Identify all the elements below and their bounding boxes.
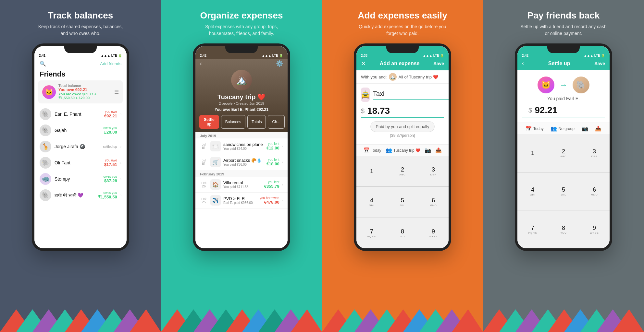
key-6[interactable]: 6MNO xyxy=(418,187,449,217)
panel1-title: Track balances xyxy=(48,10,113,21)
key-4[interactable]: 4GHI xyxy=(356,187,387,217)
key-5[interactable]: 5JKL xyxy=(387,187,418,217)
expense-amount-2: you lent €355.79 xyxy=(264,180,279,189)
chevron-icon-3: › xyxy=(120,161,121,165)
settle-group-picker[interactable]: 👥 No group xyxy=(551,125,574,132)
split-method-button[interactable]: Paid by you and split equally xyxy=(370,121,435,132)
settle-amount-input[interactable] xyxy=(535,105,610,115)
amount-input[interactable] xyxy=(367,106,449,116)
expense-name-input[interactable] xyxy=(373,90,449,100)
save-expense-button[interactable]: Save xyxy=(433,61,444,66)
taxi-icon[interactable]: 🚖 xyxy=(361,88,370,102)
balance-owed: You are owed $69.77 + ₹1,550.50 + £20.00 xyxy=(58,92,112,100)
expense-date-3: Feb25 xyxy=(200,197,208,204)
key-8[interactable]: 8TUV xyxy=(387,218,418,248)
add-expense-form: 🚖 $ Paid by you and split equally ($9.37… xyxy=(356,84,449,144)
add-friends-button[interactable]: Add friends xyxy=(100,61,121,66)
totals-button[interactable]: Totals xyxy=(247,115,266,129)
screen-4: 2:42 ▲▲▲ LTE 🔋 ‹ Settle up Save 🐱 → 🐘 Y xyxy=(517,46,610,248)
more-button[interactable]: Ch... xyxy=(268,115,284,129)
screen-1: 2:41 ▲▲▲ LTE 🔋 🔍 Add friends Friends 🐱 T… xyxy=(34,46,127,248)
date-label: Today xyxy=(371,148,381,153)
user-avatar: 🐱 xyxy=(42,85,56,99)
friends-title: Friends xyxy=(34,69,127,80)
taxi-row: 🚖 xyxy=(361,88,444,102)
settle-avatars: 🐱 → 🐘 xyxy=(517,70,610,96)
group-footer-label: Tuscany trip ❤️ xyxy=(393,148,420,153)
friend-name-1: Gajah xyxy=(55,128,100,133)
settle-key-3[interactable]: 3DEF xyxy=(579,134,610,172)
key-2[interactable]: 2ABC xyxy=(387,156,418,186)
settle-title: Settle up xyxy=(548,61,570,66)
date-picker[interactable]: 📅 Today xyxy=(363,147,381,153)
friend-row-1[interactable]: 🐘 Gajah owes you £20.00 › xyxy=(34,122,127,138)
search-icon[interactable]: 🔍 xyxy=(40,61,46,67)
settle-date-picker[interactable]: 📅 Today xyxy=(526,125,544,132)
settle-key-6[interactable]: 6MNO xyxy=(579,172,610,210)
settle-share-icon[interactable]: 📤 xyxy=(595,125,601,132)
friend-name-0: Earl E. Phant xyxy=(55,112,101,117)
settle-save-button[interactable]: Save xyxy=(594,61,605,66)
friend-name-5: हाथी मेरे साथी 💜 xyxy=(55,193,95,198)
key-7[interactable]: 7PQRS xyxy=(356,218,387,248)
settle-amount-row: $ xyxy=(522,105,605,117)
back-icon[interactable]: ‹ xyxy=(200,60,202,67)
notch-3 xyxy=(386,46,419,53)
friend-balance-1: owes you £20.00 xyxy=(103,126,117,135)
friend-avatar-5: 🐘 xyxy=(40,189,51,201)
svg-marker-33 xyxy=(580,309,613,332)
settle-key-4[interactable]: 4GHI xyxy=(517,172,548,210)
group-name: Tuscany trip ❤️ xyxy=(195,92,288,101)
expense-row-2[interactable]: Feb26 🏠 Villa rental You paid €711.58 yo… xyxy=(195,177,288,193)
svg-marker-34 xyxy=(597,309,629,332)
chevron-icon-2: › xyxy=(120,145,121,148)
expense-amount-3: you borrowed €478.00 xyxy=(260,196,279,205)
key-3[interactable]: 3DEF xyxy=(418,156,449,186)
balances-button[interactable]: Balances xyxy=(221,115,245,129)
friend-row-4[interactable]: 🦏 Stompy owes you $87.28 › xyxy=(34,171,127,187)
chevron-e2: › xyxy=(282,183,283,186)
svg-marker-10 xyxy=(177,309,210,332)
group-photo: 🏔️ xyxy=(231,70,252,90)
key-9[interactable]: 9WXYZ xyxy=(418,218,449,248)
settle-group-label: No group xyxy=(558,126,574,131)
balance-menu-icon[interactable]: ☰ xyxy=(114,89,119,95)
camera-icon[interactable]: 📷 xyxy=(425,147,431,153)
svg-marker-15 xyxy=(258,309,291,332)
friend-row-0[interactable]: 🐘 Earl E. Phant you owe €92.21 › xyxy=(34,106,127,122)
share-icon[interactable]: 📤 xyxy=(435,147,442,153)
expense-date-0: Jul01 xyxy=(200,143,208,150)
time-4: 2:42 xyxy=(522,54,528,57)
status-icons-3: ▲▲▲ LTE 🔋 xyxy=(423,54,444,57)
expense-icon-0: 🍽️ xyxy=(210,141,221,151)
group-name-label: All of Tuscany trip ❤️ xyxy=(399,75,438,79)
friend-row-3[interactable]: 🐘 Oli Fant you owe $17.51 › xyxy=(34,155,127,171)
settle-up-button[interactable]: Settle up xyxy=(199,115,219,129)
svg-marker-7 xyxy=(114,309,146,332)
settle-key-5[interactable]: 5JKL xyxy=(548,172,579,210)
settings-icon[interactable]: ⚙️ xyxy=(276,60,283,67)
settle-key-1[interactable]: 1 xyxy=(517,134,548,172)
back-icon-settle[interactable]: ‹ xyxy=(522,60,524,67)
tuscany-actions: Settle up Balances Totals Ch... xyxy=(195,115,288,132)
settle-camera-icon[interactable]: 📷 xyxy=(582,125,588,132)
friend-name-4: Stompy xyxy=(55,176,100,182)
friend-row-2[interactable]: 🦒 Jorge Jirafa 🎱 settled up › xyxy=(34,138,127,155)
svg-marker-11 xyxy=(193,309,226,332)
friend-row-5[interactable]: 🐘 हाथी मेरे साथी 💜 owes you ₹1,550.50 › xyxy=(34,187,127,203)
settle-key-7[interactable]: 7PQRS xyxy=(517,210,548,248)
friend-avatar-2: 🦒 xyxy=(40,141,51,152)
settle-group-icon: 👥 xyxy=(551,125,557,132)
expense-row-3[interactable]: Feb25 ✈️ PVD > FLR Earl E. paid €956.00 … xyxy=(195,193,288,208)
settle-key-9[interactable]: 9WXYZ xyxy=(579,210,610,248)
chevron-icon-1: › xyxy=(120,129,121,132)
expense-row-1[interactable]: Jul01 🛒 Airport snacks 🥐💧 You paid €36.0… xyxy=(195,154,288,170)
key-1[interactable]: 1 xyxy=(356,156,387,186)
settle-key-2[interactable]: 2ABC xyxy=(548,134,579,172)
close-icon[interactable]: ✕ xyxy=(361,60,366,67)
friend-avatar-3: 🐘 xyxy=(40,157,51,169)
expense-row-0[interactable]: Jul01 🍽️ sandwiches on plane You paid €2… xyxy=(195,138,288,154)
group-picker[interactable]: 👥 Tuscany trip ❤️ xyxy=(386,147,420,153)
svg-marker-24 xyxy=(419,309,452,332)
settle-key-8[interactable]: 8TUV xyxy=(548,210,579,248)
